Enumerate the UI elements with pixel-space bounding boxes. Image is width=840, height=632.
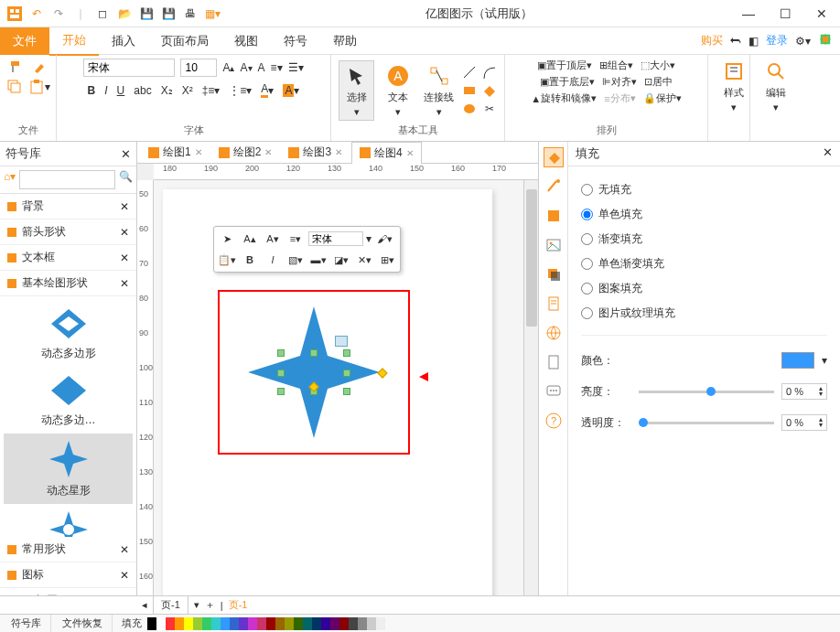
- radio-gradient-fill[interactable]: 渐变填充: [581, 227, 827, 252]
- doc-tab-3[interactable]: 绘图3✕: [281, 142, 350, 163]
- tab-layout[interactable]: 页面布局: [148, 27, 221, 55]
- handle-nw[interactable]: [277, 349, 285, 357]
- globe-tab-icon[interactable]: [544, 323, 564, 343]
- line-tool[interactable]: [462, 65, 477, 80]
- palette-swatch[interactable]: [175, 617, 184, 630]
- copy-icon[interactable]: [6, 79, 23, 95]
- select-tool[interactable]: 选择▾: [339, 60, 374, 121]
- ft-dec-font-icon[interactable]: A▾: [263, 230, 283, 248]
- fill-tab-icon[interactable]: [544, 147, 564, 167]
- bring-front-button[interactable]: ▣ 置于顶层▾: [537, 59, 592, 72]
- options-icon[interactable]: ▦▾: [205, 6, 220, 21]
- rect-tool[interactable]: [462, 83, 477, 98]
- text-handle[interactable]: [335, 336, 348, 347]
- cat-common[interactable]: 常用形状✕: [0, 537, 136, 562]
- cat-textbox[interactable]: 文本框✕: [0, 245, 136, 271]
- palette-swatch[interactable]: [339, 617, 349, 630]
- align-button[interactable]: ⊫ 对齐▾: [602, 75, 637, 89]
- increase-font-icon[interactable]: A▴: [222, 61, 234, 74]
- save-as-icon[interactable]: 💾: [161, 6, 176, 21]
- format-painter-icon[interactable]: [8, 59, 27, 75]
- ft-inc-font-icon[interactable]: A▴: [240, 230, 260, 248]
- size-button[interactable]: ⬚ 大小▾: [641, 59, 675, 72]
- protect-button[interactable]: 🔒 保护▾: [643, 91, 682, 105]
- ft-brush-icon[interactable]: 🖌▾: [374, 230, 394, 248]
- line-spacing-icon[interactable]: ‡≡▾: [202, 84, 221, 97]
- ft-copy-icon[interactable]: 📋▾: [217, 251, 237, 269]
- search-icon[interactable]: 🔍: [119, 170, 133, 189]
- palette-swatch[interactable]: [211, 617, 221, 630]
- ellipse-tool[interactable]: [462, 102, 477, 116]
- ft-italic-icon[interactable]: I: [263, 251, 283, 269]
- style-button[interactable]: 样式▾: [716, 59, 752, 113]
- highlight-icon[interactable]: A▾: [283, 84, 299, 97]
- cat-icons[interactable]: 图标✕: [0, 562, 136, 588]
- vertical-scrollbar[interactable]: [523, 180, 538, 614]
- star-shape[interactable]: [241, 299, 387, 445]
- palette-swatch[interactable]: [156, 617, 166, 630]
- doc-tab-2[interactable]: 绘图2✕: [211, 142, 280, 163]
- help-tab-icon[interactable]: ?: [544, 411, 564, 431]
- radio-no-fill[interactable]: 无填充: [581, 177, 827, 202]
- palette-swatch[interactable]: [166, 617, 175, 630]
- radio-texture-fill[interactable]: 图片或纹理填充: [581, 301, 827, 326]
- radio-solid-fill[interactable]: 单色填充: [581, 202, 827, 227]
- font-size-select[interactable]: [180, 59, 217, 77]
- palette-swatch[interactable]: [358, 617, 367, 630]
- text-tool[interactable]: A 文本▾: [380, 63, 415, 118]
- new-icon[interactable]: ◻: [95, 6, 110, 21]
- doc-tab-1[interactable]: 绘图1✕: [141, 142, 210, 163]
- ft-align-icon[interactable]: ≡▾: [285, 230, 306, 248]
- search-input[interactable]: [19, 170, 115, 189]
- tab-help[interactable]: 帮助: [320, 27, 370, 55]
- font-name-select[interactable]: [83, 59, 175, 77]
- palette-swatch[interactable]: [193, 617, 202, 630]
- palette-swatch[interactable]: [184, 617, 193, 630]
- palette-swatch[interactable]: [147, 617, 156, 630]
- doc-tab-4[interactable]: 绘图4✕: [351, 142, 422, 165]
- brightness-value[interactable]: 0 %▴▾: [781, 383, 827, 400]
- palette-swatch[interactable]: [202, 617, 211, 630]
- italic-button[interactable]: I: [104, 84, 107, 97]
- logo-icon[interactable]: [818, 32, 833, 49]
- cat-arrows[interactable]: 箭头形状✕: [0, 220, 136, 245]
- center-button[interactable]: ⊡ 居中: [644, 75, 673, 89]
- strike-icon[interactable]: abc: [134, 84, 151, 97]
- home-icon[interactable]: ⌂▾: [4, 170, 16, 189]
- ft-select-icon[interactable]: ➤: [217, 230, 237, 248]
- palette-swatch[interactable]: [275, 617, 285, 630]
- rotate-button[interactable]: ▲ 旋转和镜像▾: [531, 91, 597, 105]
- print-icon[interactable]: 🖶: [183, 6, 198, 21]
- superscript-icon[interactable]: X²: [182, 84, 193, 97]
- palette-swatch[interactable]: [312, 617, 321, 630]
- palette-swatch[interactable]: [230, 617, 239, 630]
- ft-fill-icon[interactable]: ▧▾: [285, 251, 306, 269]
- close-fill-panel-icon[interactable]: ✕: [823, 145, 833, 162]
- clear-format-icon[interactable]: A: [258, 61, 265, 74]
- ft-bold-icon[interactable]: B: [240, 251, 260, 269]
- list-icon[interactable]: ☰▾: [288, 61, 304, 74]
- line-tab-icon[interactable]: [544, 177, 564, 197]
- palette-swatch[interactable]: [303, 617, 312, 630]
- palette-swatch[interactable]: [257, 617, 266, 630]
- ft-tools-icon[interactable]: ✕▾: [354, 251, 374, 269]
- color-picker-button[interactable]: [781, 352, 814, 369]
- underline-button[interactable]: U: [117, 84, 125, 97]
- tab-start[interactable]: 开始: [49, 27, 99, 56]
- radio-solid-gradient-fill[interactable]: 单色渐变填充: [581, 252, 827, 276]
- edit-button[interactable]: 编辑▾: [758, 59, 794, 113]
- palette-swatch[interactable]: [221, 617, 230, 630]
- doc2-tab-icon[interactable]: [544, 352, 564, 372]
- palette-swatch[interactable]: [367, 617, 376, 630]
- cat-background[interactable]: 背景✕: [0, 194, 136, 220]
- align-icon[interactable]: ≡▾: [271, 61, 283, 74]
- palette-swatch[interactable]: [266, 617, 275, 630]
- handle-sw[interactable]: [277, 388, 285, 395]
- page-current-label[interactable]: 页-1: [229, 598, 248, 612]
- connector-tool[interactable]: 连接线▾: [421, 63, 457, 118]
- shape-star[interactable]: 动态星形: [4, 434, 133, 504]
- opacity-slider[interactable]: [639, 422, 774, 424]
- palette-swatch[interactable]: [294, 617, 303, 630]
- canvas[interactable]: ➤ A▴ A▾ ≡▾ ▾ 🖌▾ 📋▾ B I ▧▾ ▬▾ ◪▾: [154, 180, 523, 614]
- handle-n[interactable]: [310, 349, 318, 357]
